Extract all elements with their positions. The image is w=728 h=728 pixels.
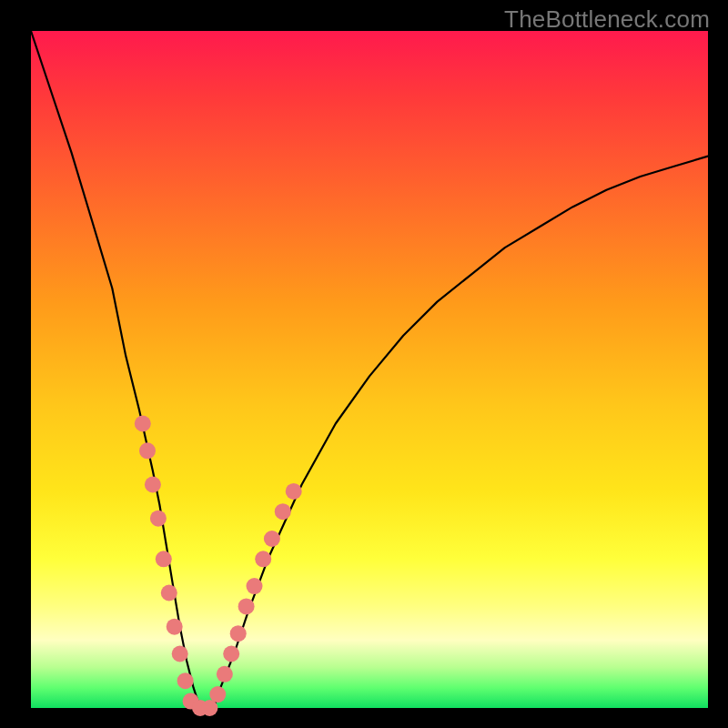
highlight-dot — [145, 477, 161, 493]
highlight-dot — [156, 551, 172, 567]
highlight-dot — [209, 686, 226, 703]
highlight-dot — [177, 672, 194, 689]
highlight-dot — [247, 578, 263, 594]
highlight-dot — [172, 646, 188, 662]
highlight-dot — [135, 416, 151, 432]
highlight-dot — [238, 598, 255, 614]
highlight-dot — [217, 666, 233, 682]
highlight-dot — [150, 511, 167, 527]
bottleneck-curve — [31, 31, 708, 708]
highlight-dot — [264, 531, 280, 547]
highlight-dot — [139, 442, 156, 459]
highlight-dot — [275, 503, 291, 520]
curve-layer — [31, 31, 708, 708]
highlight-dot — [167, 619, 183, 635]
plot-area — [31, 31, 708, 708]
highlight-dot — [255, 551, 271, 567]
highlight-dots — [135, 416, 302, 717]
highlight-dot — [286, 483, 302, 500]
highlight-dot — [223, 646, 239, 662]
highlight-dot — [161, 585, 177, 602]
chart-frame: TheBottleneck.com — [0, 0, 728, 728]
highlight-dot — [230, 625, 247, 642]
watermark-text: TheBottleneck.com — [504, 5, 710, 34]
